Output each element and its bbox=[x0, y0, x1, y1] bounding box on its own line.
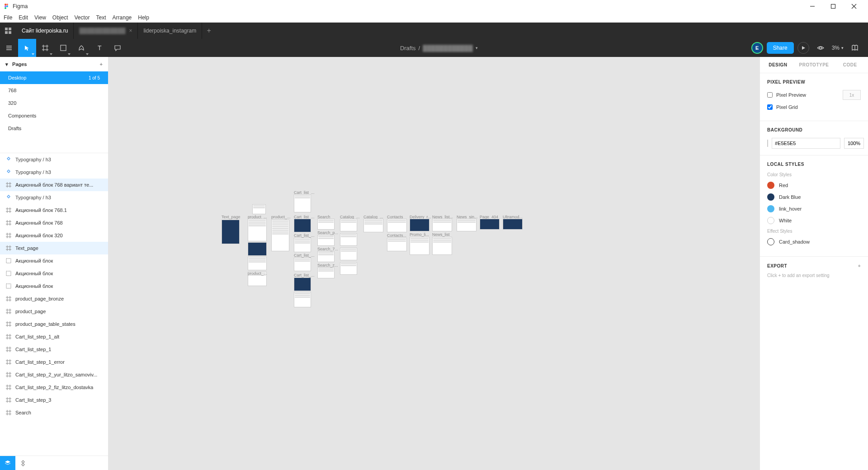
layer-item[interactable]: Акционный блок bbox=[0, 267, 108, 280]
canvas[interactable]: Cart_list_...Text_pageproduct_...product… bbox=[108, 57, 760, 470]
canvas-frame[interactable] bbox=[294, 238, 311, 252]
pen-tool[interactable] bbox=[72, 39, 90, 57]
layer-item[interactable]: Text_page bbox=[0, 242, 108, 254]
canvas-frame[interactable] bbox=[457, 219, 476, 231]
menu-text[interactable]: Text bbox=[96, 14, 106, 21]
layer-item[interactable]: Cart_list_step_1_alt bbox=[0, 330, 108, 343]
assets-tab-icon[interactable] bbox=[15, 456, 31, 470]
layer-item[interactable]: Акционный блок 768 вариант те... bbox=[0, 179, 108, 191]
canvas-frame[interactable] bbox=[252, 204, 266, 214]
menu-vector[interactable]: Vector bbox=[75, 14, 90, 21]
frame-tool[interactable] bbox=[36, 39, 54, 57]
frame-label[interactable]: Text_page bbox=[222, 215, 241, 219]
layer-item[interactable]: Акционный блок bbox=[0, 280, 108, 292]
canvas-frame[interactable] bbox=[387, 238, 407, 251]
color-style-item[interactable]: White bbox=[767, 217, 861, 224]
canvas-frame[interactable] bbox=[294, 258, 311, 271]
comment-tool[interactable] bbox=[108, 39, 127, 57]
chevron-down-icon[interactable]: ▾ bbox=[476, 46, 478, 50]
layer-item[interactable]: Акционный блок 768.1 bbox=[0, 204, 108, 216]
canvas-frame[interactable] bbox=[222, 220, 240, 244]
menu-object[interactable]: Object bbox=[52, 14, 68, 21]
frame-label[interactable]: Cart_list_... bbox=[294, 233, 315, 238]
frame-label[interactable]: Cart_list_... bbox=[294, 273, 315, 277]
canvas-frame[interactable] bbox=[317, 268, 335, 278]
layers-tab-icon[interactable] bbox=[0, 456, 15, 470]
menu-view[interactable]: View bbox=[34, 14, 46, 21]
breadcrumb[interactable]: Drafts / ████████████ ▾ bbox=[127, 45, 751, 52]
frame-label[interactable]: Search_p... bbox=[317, 230, 338, 235]
frame-label[interactable]: Contacts... bbox=[387, 233, 406, 238]
canvas-frame[interactable] bbox=[317, 235, 335, 246]
share-button[interactable]: Share bbox=[767, 42, 794, 54]
page-item[interactable]: 320 bbox=[0, 97, 108, 109]
pixel-preview-checkbox[interactable] bbox=[767, 92, 773, 98]
avatar[interactable]: E bbox=[751, 42, 763, 54]
canvas-frame[interactable] bbox=[340, 219, 357, 231]
canvas-frame[interactable] bbox=[363, 219, 383, 232]
shape-tool[interactable] bbox=[54, 39, 72, 57]
canvas-frame[interactable] bbox=[294, 292, 311, 307]
library-button[interactable] bbox=[847, 40, 863, 56]
canvas-frame[interactable] bbox=[294, 194, 311, 212]
layer-item[interactable]: Cart_list_step_2_fiz_litzo_dostavka bbox=[0, 381, 108, 394]
layer-item[interactable]: product_page_table_states bbox=[0, 318, 108, 330]
minimize-button[interactable] bbox=[802, 0, 823, 13]
layer-item[interactable]: Акционный блок 768 bbox=[0, 216, 108, 229]
canvas-frame[interactable] bbox=[340, 248, 357, 260]
layer-item[interactable]: Typography / h3 bbox=[0, 166, 108, 179]
frame-label[interactable]: product_... bbox=[248, 271, 267, 276]
canvas-frame[interactable] bbox=[340, 233, 357, 246]
close-icon[interactable]: × bbox=[129, 28, 132, 34]
pages-header[interactable]: ▾ Pages + bbox=[0, 57, 108, 71]
canvas-frame[interactable] bbox=[340, 262, 357, 275]
frame-label[interactable]: Search_z... bbox=[317, 263, 338, 268]
layer-item[interactable]: Typography / h3 bbox=[0, 153, 108, 166]
canvas-frame[interactable] bbox=[271, 220, 289, 251]
add-export-button[interactable]: + bbox=[858, 263, 861, 268]
page-item[interactable]: Desktop1 of 5 bbox=[0, 71, 108, 84]
color-style-item[interactable]: Dark Blue bbox=[767, 193, 861, 201]
canvas-frame[interactable] bbox=[248, 257, 267, 270]
frame-label[interactable]: product_... bbox=[271, 215, 291, 219]
color-style-item[interactable]: link_hover bbox=[767, 205, 861, 212]
page-item[interactable]: 768 bbox=[0, 84, 108, 97]
canvas-frame[interactable] bbox=[294, 219, 311, 232]
layer-item[interactable]: Cart_list_step_1_error bbox=[0, 356, 108, 368]
canvas-frame[interactable] bbox=[248, 219, 267, 241]
page-item[interactable]: Components bbox=[0, 109, 108, 122]
canvas-frame[interactable] bbox=[432, 219, 452, 231]
layer-item[interactable]: product_page_bronze bbox=[0, 292, 108, 305]
canvas-frame[interactable] bbox=[248, 242, 267, 256]
move-tool[interactable] bbox=[18, 39, 36, 57]
close-button[interactable] bbox=[844, 0, 864, 13]
canvas-frame[interactable] bbox=[503, 219, 523, 230]
layer-item[interactable]: Акционный блок 320 bbox=[0, 229, 108, 242]
canvas-frame[interactable] bbox=[410, 219, 429, 231]
hamburger-menu-button[interactable] bbox=[0, 39, 18, 57]
canvas-frame[interactable] bbox=[410, 237, 429, 255]
text-tool[interactable]: T bbox=[90, 39, 108, 57]
page-item[interactable]: Drafts bbox=[0, 122, 108, 135]
present-button[interactable] bbox=[797, 42, 809, 54]
canvas-frame[interactable] bbox=[317, 251, 335, 262]
menu-help[interactable]: Help bbox=[138, 14, 149, 21]
background-swatch[interactable] bbox=[767, 140, 768, 147]
canvas-frame[interactable] bbox=[432, 237, 452, 255]
layer-item[interactable]: Typography / h3 bbox=[0, 191, 108, 204]
layer-item[interactable]: Акционный блок bbox=[0, 254, 108, 267]
tab-prototype[interactable]: PROTOTYPE bbox=[796, 62, 832, 67]
menu-arrange[interactable]: Arrange bbox=[113, 14, 132, 21]
frame-label[interactable]: Search_7... bbox=[317, 247, 338, 251]
file-tab[interactable]: ████████████× bbox=[74, 23, 138, 39]
tab-design[interactable]: DESIGN bbox=[760, 62, 796, 67]
add-tab-button[interactable]: + bbox=[202, 27, 216, 35]
pixel-grid-checkbox[interactable] bbox=[767, 104, 773, 110]
file-tab[interactable]: liderpoiska_instagram bbox=[138, 23, 202, 39]
layer-item[interactable]: Cart_list_step_2_yur_litzo_samoviv... bbox=[0, 368, 108, 381]
pixel-preview-scale[interactable] bbox=[843, 90, 861, 100]
layer-item[interactable]: Search bbox=[0, 406, 108, 419]
menu-edit[interactable]: Edit bbox=[19, 14, 28, 21]
layer-item[interactable]: Cart_list_step_3 bbox=[0, 394, 108, 406]
view-settings-button[interactable] bbox=[813, 40, 828, 56]
